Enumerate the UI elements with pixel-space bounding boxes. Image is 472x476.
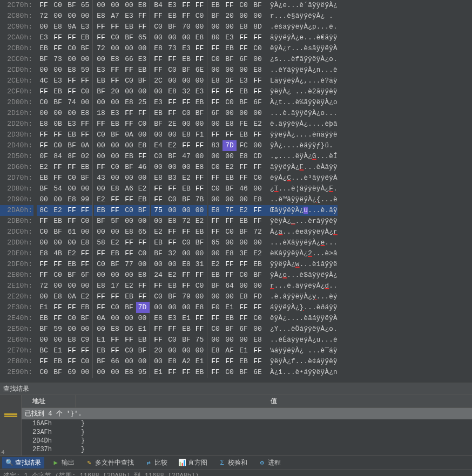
hex-byte[interactable]: BF (79, 173, 93, 183)
hex-byte[interactable]: E2 (151, 227, 165, 237)
hex-row[interactable]: 2E00h:FFC0BF6F000000E824E2FFFFEBFFC0BFÿÀ… (0, 270, 472, 281)
hex-byte[interactable]: FF (237, 43, 251, 54)
hex-byte[interactable]: 00 (65, 237, 79, 248)
hex-byte[interactable]: E8 (122, 97, 136, 108)
hex-byte[interactable]: C0 (122, 205, 136, 216)
hex-byte[interactable]: BF (65, 270, 79, 281)
hex-byte[interactable]: FF (165, 183, 179, 194)
hex-byte[interactable]: FF (79, 119, 93, 130)
hex-byte[interactable]: BF (165, 22, 179, 32)
ascii-column[interactable]: r...è.âÿÿëÿÀ¿d.. (265, 281, 338, 291)
hex-byte[interactable]: BF (136, 345, 150, 356)
hex-byte[interactable]: 7D (222, 140, 237, 151)
hex-byte[interactable]: E2 (122, 281, 136, 291)
column-header-value[interactable]: 值 (76, 395, 472, 407)
hex-byte[interactable]: 00 (179, 302, 193, 313)
tab-find-in-files[interactable]: ✎ 多文件中查找 (82, 457, 137, 468)
hex-byte[interactable]: BF (151, 248, 165, 259)
hex-byte[interactable]: EB (65, 259, 79, 270)
hex-byte[interactable]: 00 (108, 140, 122, 151)
hex-byte[interactable]: 74 (65, 97, 79, 108)
hex-byte[interactable]: 6E (251, 367, 265, 378)
hex-byte[interactable]: EB (208, 0, 222, 11)
hex-byte[interactable]: E3 (136, 54, 150, 65)
hex-byte[interactable]: 00 (37, 194, 51, 205)
hex-byte[interactable]: BF (51, 97, 65, 108)
hex-byte[interactable]: FF (193, 140, 207, 151)
hex-byte[interactable]: EB (237, 86, 251, 97)
hex-byte[interactable]: 00 (208, 335, 222, 345)
hex-byte[interactable]: E3 (237, 76, 251, 86)
hex-byte[interactable]: C0 (37, 227, 51, 237)
hex-byte[interactable]: E8 (136, 140, 150, 151)
hex-byte[interactable]: C0 (37, 97, 51, 108)
hex-byte[interactable]: 00 (193, 76, 207, 86)
hex-byte[interactable]: 00 (94, 183, 108, 194)
ascii-column[interactable]: ÿÀ¿o...è$âÿÿëÿÀ¿ (265, 270, 338, 281)
hex-byte[interactable]: E8 (222, 248, 237, 259)
hex-byte[interactable]: E8 (108, 54, 122, 65)
hex-byte[interactable]: FF (65, 302, 79, 313)
ascii-column[interactable]: ...è.ãÿÿëÿÀ¿o... (265, 108, 338, 119)
hex-byte[interactable]: E8 (79, 108, 93, 119)
hex-byte[interactable]: E8 (37, 248, 51, 259)
hex-byte[interactable]: C0 (51, 0, 65, 11)
hex-byte[interactable]: 0A (94, 313, 108, 324)
hex-byte[interactable]: FF (251, 32, 265, 43)
hex-row[interactable]: 2D60h:E2FFFFEBFFC0BF46000000E8C0E2FFFFâÿ… (0, 162, 472, 173)
hex-byte[interactable]: E3 (193, 86, 207, 97)
hex-byte[interactable]: B4 (151, 0, 165, 11)
hex-byte[interactable]: E8 (94, 11, 108, 22)
hex-byte[interactable]: FF (108, 194, 122, 205)
ascii-column[interactable]: ..è™âÿÿëÿÀ¿{...è (265, 194, 338, 205)
hex-byte[interactable]: FF (79, 130, 93, 140)
hex-byte[interactable]: C0 (165, 335, 179, 345)
hex-byte[interactable]: 00 (122, 0, 136, 11)
hex-byte[interactable]: EB (94, 76, 108, 86)
hex-byte[interactable]: EB (79, 162, 93, 173)
hex-byte[interactable]: 7F (222, 205, 237, 216)
hex-row[interactable]: 2CF0h:FFEBFFC0BF20000000E832E3FFFFEBFFÿë… (0, 86, 472, 97)
hex-byte[interactable]: 77 (122, 259, 136, 270)
hex-byte[interactable]: 00 (222, 108, 237, 119)
hex-byte[interactable]: 00 (136, 313, 150, 324)
hex-byte[interactable]: E2 (94, 194, 108, 205)
hex-byte[interactable]: EB (179, 54, 193, 65)
hex-byte[interactable]: FF (94, 248, 108, 259)
ascii-column[interactable]: âÿÿëÿÀ¿F...èÀâÿÿ (265, 162, 338, 173)
hex-byte[interactable]: C0 (79, 356, 93, 367)
hex-byte[interactable]: FF (79, 259, 93, 270)
hex-byte[interactable]: C0 (251, 313, 265, 324)
hex-byte[interactable]: 00 (208, 22, 222, 32)
hex-byte[interactable]: 72 (251, 227, 265, 237)
hex-byte[interactable]: BF (122, 32, 136, 43)
hex-byte[interactable]: E3 (65, 119, 79, 130)
hex-byte[interactable]: FF (51, 130, 65, 140)
hex-row[interactable]: 2D70h:EBFFC0BF43000000E8B3E2FFFFEBFFC0ëÿ… (0, 173, 472, 183)
hex-byte[interactable]: 00 (94, 367, 108, 378)
hex-byte[interactable]: 00 (94, 97, 108, 108)
hex-byte[interactable]: EB (94, 205, 108, 216)
hex-byte[interactable]: 00 (65, 281, 79, 291)
search-result-row[interactable]: 2D4Dh} (22, 437, 472, 445)
hex-byte[interactable]: FF (65, 205, 79, 216)
hex-byte[interactable]: FF (108, 291, 122, 302)
hex-byte[interactable]: FF (237, 32, 251, 43)
hex-row[interactable]: 2E40h:EBFFC0BF0A000000E8E3E1FFFFEBFFC0ëÿ… (0, 313, 472, 324)
hex-byte[interactable]: BF (165, 291, 179, 302)
ascii-column[interactable]: è.ãÿÿëÿÀ¿....èþâ (265, 119, 338, 130)
hex-byte[interactable]: E8 (237, 151, 251, 162)
hex-byte[interactable]: EB (251, 259, 265, 270)
hex-byte[interactable]: 4C (37, 76, 51, 86)
hex-byte[interactable]: 00 (51, 194, 65, 205)
hex-byte[interactable]: 00 (94, 140, 108, 151)
ascii-column[interactable]: ÿëÿÀ¿_...èrâÿÿëÿ (265, 216, 338, 227)
hex-byte[interactable]: E2 (65, 248, 79, 259)
hex-byte[interactable]: EB (208, 270, 222, 281)
hex-row[interactable]: 2DA0h:8CE2FFFFEBFFC0BF75000000E87FE2FFŒâ… (0, 205, 472, 216)
hex-row[interactable]: 2D80h:BF54000000E8A6E2FFFFEBFFC0BF4600¿T… (0, 183, 472, 194)
hex-byte[interactable]: 58 (94, 237, 108, 248)
hex-byte[interactable]: 47 (179, 151, 193, 162)
hex-byte[interactable]: C0 (136, 248, 150, 259)
hex-byte[interactable]: FF (79, 248, 93, 259)
